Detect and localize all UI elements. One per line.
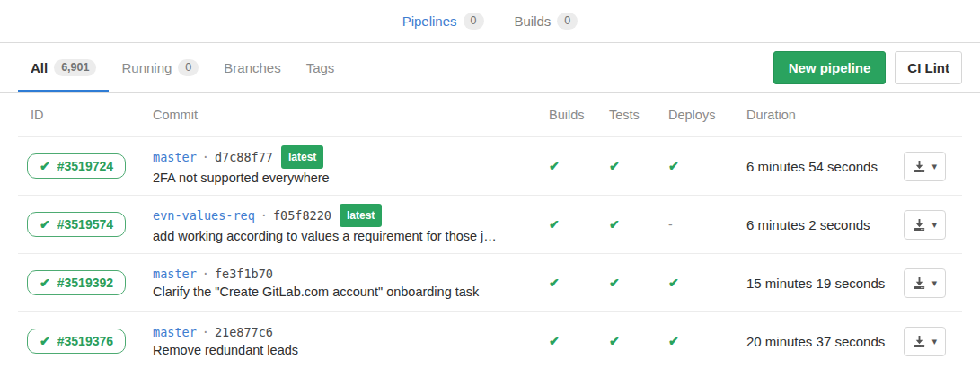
separator-dot: ·: [202, 148, 209, 166]
builds-status-cell[interactable]: ✔: [531, 334, 591, 348]
download-artifacts-icon: [913, 218, 926, 232]
success-check-icon: ✔: [40, 276, 50, 289]
success-check-icon: ✔: [668, 159, 679, 173]
pipeline-row: ✔ #3519574 evn-values-req · f05f8220 lat…: [18, 195, 962, 253]
download-artifacts-icon: [913, 160, 926, 173]
commit-cell: evn-values-req · f05f8220 latest add wor…: [153, 204, 531, 245]
no-status-marker: -: [668, 217, 673, 232]
commit-message-link[interactable]: Clarify the "Create GitLab.com account" …: [153, 283, 523, 301]
filter-tab-running-label: Running: [121, 60, 172, 75]
branch-link[interactable]: master: [153, 265, 197, 283]
filter-tab-running-count-badge: 0: [178, 59, 199, 76]
deploys-status-cell[interactable]: ✔: [650, 159, 728, 173]
actions-cell: ▾: [899, 327, 962, 356]
deploys-status-cell[interactable]: ✔: [650, 276, 728, 290]
commit-cell: master · fe3f1b70 Clarify the "Create Gi…: [153, 265, 531, 301]
pipeline-id-cell: ✔ #3519574: [18, 212, 153, 237]
tests-status-cell[interactable]: ✔: [591, 334, 650, 348]
actions-cell: ▾: [899, 210, 962, 240]
commit-message-link[interactable]: 2FA not supported everywhere: [153, 169, 523, 187]
success-check-icon: ✔: [549, 276, 560, 290]
pipeline-status-badge[interactable]: ✔ #3519392: [27, 270, 126, 295]
success-check-icon: ✔: [609, 276, 620, 290]
commit-ref-line: master · d7c88f77 latest: [153, 145, 531, 169]
download-artifacts-button[interactable]: ▾: [904, 152, 946, 181]
pipelines-toolbar: All 6,901 Running 0 Branches Tags New pi…: [0, 43, 980, 93]
download-artifacts-button[interactable]: ▾: [904, 268, 946, 298]
branch-link[interactable]: master: [153, 148, 197, 166]
pipeline-status-badge[interactable]: ✔ #3519724: [27, 153, 126, 179]
success-check-icon: ✔: [40, 218, 50, 231]
commit-sha-link[interactable]: f05f8220: [273, 206, 331, 224]
pipeline-duration: 6 minutes 2 seconds: [728, 217, 899, 232]
success-check-icon: ✔: [549, 159, 560, 173]
pipeline-duration: 15 minutes 19 seconds: [728, 276, 899, 291]
tests-status-cell[interactable]: ✔: [591, 276, 650, 290]
commit-sha-link[interactable]: 21e877c6: [215, 323, 273, 341]
header-duration: Duration: [728, 108, 899, 122]
tests-status-cell[interactable]: ✔: [591, 217, 650, 232]
filter-tab-branches-label: Branches: [224, 60, 280, 75]
commit-sha-link[interactable]: d7c88f77: [215, 148, 273, 166]
header-builds: Builds: [531, 108, 591, 122]
new-pipeline-button[interactable]: New pipeline: [773, 51, 887, 84]
pipeline-status-badge[interactable]: ✔ #3519574: [27, 212, 126, 237]
success-check-icon: ✔: [668, 276, 679, 290]
header-id: ID: [18, 108, 153, 122]
chevron-down-icon: ▾: [931, 220, 937, 230]
header-commit: Commit: [153, 108, 531, 122]
header-deploys: Deploys: [650, 108, 728, 122]
table-body: ✔ #3519724 master · d7c88f77 latest 2FA …: [18, 136, 962, 368]
commit-sha-link[interactable]: fe3f1b70: [215, 265, 273, 283]
top-nav: Pipelines 0 Builds 0: [0, 0, 980, 43]
branch-link[interactable]: evn-values-req: [153, 206, 255, 224]
pipelines-table: ID Commit Builds Tests Deploys Duration …: [18, 93, 962, 368]
commit-message-link[interactable]: add working according to values a requir…: [153, 227, 523, 245]
success-check-icon: ✔: [609, 334, 620, 348]
tab-builds-count-badge: 0: [557, 13, 578, 30]
success-check-icon: ✔: [549, 334, 560, 348]
builds-status-cell[interactable]: ✔: [531, 276, 591, 290]
pipeline-status-badge[interactable]: ✔ #3519376: [27, 329, 126, 354]
commit-cell: master · 21e877c6 Remove redundant leads: [153, 323, 531, 359]
filter-tabs: All 6,901 Running 0 Branches Tags: [18, 43, 347, 92]
latest-badge: latest: [281, 145, 323, 169]
filter-tab-tags-label: Tags: [306, 60, 335, 75]
success-check-icon: ✔: [668, 334, 679, 348]
download-artifacts-button[interactable]: ▾: [904, 210, 946, 240]
filter-tab-branches[interactable]: Branches: [211, 43, 293, 92]
toolbar-buttons: New pipeline CI Lint: [773, 43, 962, 92]
actions-cell: ▾: [899, 152, 962, 181]
success-check-icon: ✔: [40, 335, 50, 347]
deploys-status-cell[interactable]: ✔: [650, 334, 728, 348]
pipeline-row: ✔ #3519724 master · d7c88f77 latest 2FA …: [18, 136, 962, 195]
tab-pipelines[interactable]: Pipelines 0: [402, 13, 484, 30]
filter-tab-running[interactable]: Running 0: [109, 43, 211, 92]
branch-link[interactable]: master: [153, 323, 197, 341]
success-check-icon: ✔: [609, 159, 620, 173]
tab-builds[interactable]: Builds 0: [515, 13, 578, 30]
deploys-status-cell[interactable]: -: [650, 217, 728, 232]
filter-tab-all-label: All: [31, 60, 48, 75]
table-header-row: ID Commit Builds Tests Deploys Duration: [18, 93, 962, 136]
tests-status-cell[interactable]: ✔: [591, 159, 650, 173]
success-check-icon: ✔: [549, 217, 560, 232]
download-artifacts-button[interactable]: ▾: [904, 327, 946, 356]
tab-builds-label: Builds: [515, 13, 552, 29]
chevron-down-icon: ▾: [931, 162, 937, 171]
filter-tab-all-count-badge: 6,901: [54, 59, 96, 76]
filter-tab-all[interactable]: All 6,901: [18, 43, 109, 92]
tab-pipelines-label: Pipelines: [402, 13, 457, 29]
filter-tab-tags[interactable]: Tags: [294, 43, 348, 92]
commit-ref-line: master · fe3f1b70: [153, 265, 531, 283]
pipeline-id-cell: ✔ #3519376: [18, 329, 153, 354]
builds-status-cell[interactable]: ✔: [531, 217, 591, 232]
ci-lint-button[interactable]: CI Lint: [895, 51, 962, 84]
download-artifacts-icon: [913, 276, 926, 290]
commit-message-link[interactable]: Remove redundant leads: [153, 341, 523, 359]
tab-pipelines-count-badge: 0: [464, 13, 484, 30]
commit-ref-line: evn-values-req · f05f8220 latest: [153, 204, 531, 227]
builds-status-cell[interactable]: ✔: [531, 159, 591, 173]
pipeline-id: #3519574: [57, 217, 113, 232]
chevron-down-icon: ▾: [931, 337, 937, 346]
